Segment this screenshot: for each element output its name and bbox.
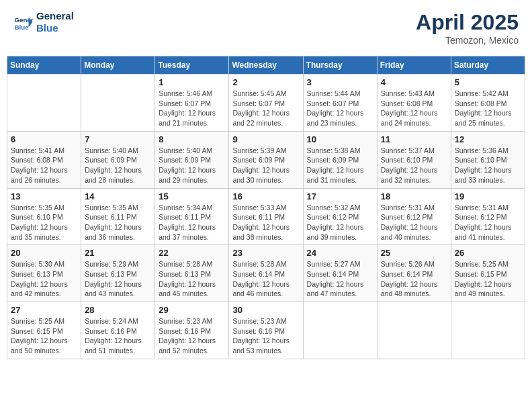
calendar-week-row: 1Sunrise: 5:46 AM Sunset: 6:07 PM Daylig…: [7, 75, 525, 132]
cell-sun-info: Sunrise: 5:33 AM Sunset: 6:11 PM Dayligh…: [232, 203, 299, 242]
calendar-cell: 18Sunrise: 5:31 AM Sunset: 6:12 PM Dayli…: [377, 188, 451, 245]
cell-date-number: 9: [232, 134, 299, 144]
calendar-header-row: SundayMondayTuesdayWednesdayThursdayFrid…: [7, 56, 525, 75]
cell-sun-info: Sunrise: 5:34 AM Sunset: 6:11 PM Dayligh…: [159, 203, 225, 242]
calendar-cell: 29Sunrise: 5:23 AM Sunset: 6:16 PM Dayli…: [155, 302, 229, 359]
cell-sun-info: Sunrise: 5:28 AM Sunset: 6:13 PM Dayligh…: [159, 259, 225, 299]
cell-sun-info: Sunrise: 5:23 AM Sunset: 6:16 PM Dayligh…: [232, 316, 299, 356]
calendar-cell: 14Sunrise: 5:35 AM Sunset: 6:11 PM Dayli…: [81, 188, 155, 245]
calendar-cell: 6Sunrise: 5:41 AM Sunset: 6:08 PM Daylig…: [7, 131, 81, 188]
cell-sun-info: Sunrise: 5:26 AM Sunset: 6:14 PM Dayligh…: [381, 259, 447, 299]
cell-sun-info: Sunrise: 5:40 AM Sunset: 6:09 PM Dayligh…: [85, 146, 151, 185]
weekday-header: Tuesday: [155, 56, 229, 75]
calendar-cell: 15Sunrise: 5:34 AM Sunset: 6:11 PM Dayli…: [155, 188, 229, 245]
cell-date-number: 11: [381, 134, 447, 144]
cell-sun-info: Sunrise: 5:39 AM Sunset: 6:09 PM Dayligh…: [232, 146, 299, 185]
cell-date-number: 13: [11, 191, 77, 201]
calendar-cell: 2Sunrise: 5:45 AM Sunset: 6:07 PM Daylig…: [229, 75, 303, 132]
cell-sun-info: Sunrise: 5:27 AM Sunset: 6:14 PM Dayligh…: [307, 259, 373, 299]
cell-date-number: 28: [85, 305, 151, 315]
calendar-cell: 13Sunrise: 5:35 AM Sunset: 6:10 PM Dayli…: [7, 188, 81, 245]
cell-date-number: 4: [381, 77, 447, 87]
calendar-cell: 22Sunrise: 5:28 AM Sunset: 6:13 PM Dayli…: [155, 245, 229, 302]
calendar-cell: 9Sunrise: 5:39 AM Sunset: 6:09 PM Daylig…: [229, 131, 303, 188]
weekday-header: Thursday: [303, 56, 377, 75]
calendar-cell: 11Sunrise: 5:37 AM Sunset: 6:10 PM Dayli…: [377, 131, 451, 188]
calendar-week-row: 27Sunrise: 5:25 AM Sunset: 6:15 PM Dayli…: [7, 302, 525, 359]
cell-date-number: 1: [159, 77, 225, 87]
calendar-cell: 23Sunrise: 5:28 AM Sunset: 6:14 PM Dayli…: [229, 245, 303, 302]
cell-date-number: 8: [159, 134, 225, 144]
cell-sun-info: Sunrise: 5:37 AM Sunset: 6:10 PM Dayligh…: [381, 146, 447, 185]
cell-date-number: 18: [381, 191, 447, 201]
weekday-header: Friday: [377, 56, 451, 75]
calendar-week-row: 6Sunrise: 5:41 AM Sunset: 6:08 PM Daylig…: [7, 131, 525, 188]
cell-sun-info: Sunrise: 5:44 AM Sunset: 6:07 PM Dayligh…: [307, 89, 373, 128]
calendar-week-row: 20Sunrise: 5:30 AM Sunset: 6:13 PM Dayli…: [7, 245, 525, 302]
cell-date-number: 6: [11, 134, 77, 144]
logo-icon: General Blue: [13, 12, 34, 32]
calendar-cell: 19Sunrise: 5:31 AM Sunset: 6:12 PM Dayli…: [451, 188, 525, 245]
cell-date-number: 22: [159, 248, 225, 258]
cell-date-number: 2: [232, 77, 299, 87]
cell-date-number: 12: [455, 134, 521, 144]
weekday-header: Sunday: [7, 56, 81, 75]
calendar-cell: 10Sunrise: 5:38 AM Sunset: 6:09 PM Dayli…: [303, 131, 377, 188]
page-header: General Blue General Blue April 2025 Tem…: [7, 7, 525, 49]
calendar-cell: 1Sunrise: 5:46 AM Sunset: 6:07 PM Daylig…: [155, 75, 229, 132]
cell-sun-info: Sunrise: 5:31 AM Sunset: 6:12 PM Dayligh…: [455, 203, 521, 242]
cell-date-number: 26: [455, 248, 521, 258]
calendar-cell: 21Sunrise: 5:29 AM Sunset: 6:13 PM Dayli…: [81, 245, 155, 302]
calendar-cell: 4Sunrise: 5:43 AM Sunset: 6:08 PM Daylig…: [377, 75, 451, 132]
logo-blue: Blue: [36, 22, 74, 34]
calendar-cell: 8Sunrise: 5:40 AM Sunset: 6:09 PM Daylig…: [155, 131, 229, 188]
title-block: April 2025 Temozon, Mexico: [416, 10, 519, 46]
calendar-table: SundayMondayTuesdayWednesdayThursdayFrid…: [7, 56, 525, 359]
cell-date-number: 16: [232, 191, 299, 201]
cell-sun-info: Sunrise: 5:43 AM Sunset: 6:08 PM Dayligh…: [381, 89, 447, 128]
calendar-cell: 5Sunrise: 5:42 AM Sunset: 6:08 PM Daylig…: [451, 75, 525, 132]
calendar-cell: 20Sunrise: 5:30 AM Sunset: 6:13 PM Dayli…: [7, 245, 81, 302]
cell-sun-info: Sunrise: 5:31 AM Sunset: 6:12 PM Dayligh…: [381, 203, 447, 242]
cell-sun-info: Sunrise: 5:46 AM Sunset: 6:07 PM Dayligh…: [159, 89, 225, 128]
cell-sun-info: Sunrise: 5:29 AM Sunset: 6:13 PM Dayligh…: [85, 259, 151, 299]
cell-sun-info: Sunrise: 5:45 AM Sunset: 6:07 PM Dayligh…: [232, 89, 299, 128]
calendar-cell: 3Sunrise: 5:44 AM Sunset: 6:07 PM Daylig…: [303, 75, 377, 132]
calendar-cell: [81, 75, 155, 132]
cell-date-number: 14: [85, 191, 151, 201]
cell-sun-info: Sunrise: 5:35 AM Sunset: 6:10 PM Dayligh…: [11, 203, 77, 242]
cell-date-number: 25: [381, 248, 447, 258]
weekday-header: Wednesday: [229, 56, 303, 75]
cell-date-number: 17: [307, 191, 373, 201]
cell-date-number: 20: [11, 248, 77, 258]
cell-date-number: 10: [307, 134, 373, 144]
calendar-cell: 27Sunrise: 5:25 AM Sunset: 6:15 PM Dayli…: [7, 302, 81, 359]
calendar-cell: 17Sunrise: 5:32 AM Sunset: 6:12 PM Dayli…: [303, 188, 377, 245]
cell-sun-info: Sunrise: 5:41 AM Sunset: 6:08 PM Dayligh…: [11, 146, 77, 185]
calendar-cell: 12Sunrise: 5:36 AM Sunset: 6:10 PM Dayli…: [451, 131, 525, 188]
location-subtitle: Temozon, Mexico: [416, 35, 519, 46]
cell-sun-info: Sunrise: 5:42 AM Sunset: 6:08 PM Dayligh…: [455, 89, 521, 128]
weekday-header: Monday: [81, 56, 155, 75]
cell-sun-info: Sunrise: 5:24 AM Sunset: 6:16 PM Dayligh…: [85, 316, 151, 356]
cell-sun-info: Sunrise: 5:23 AM Sunset: 6:16 PM Dayligh…: [159, 316, 225, 356]
cell-date-number: 29: [159, 305, 225, 315]
logo: General Blue General Blue: [13, 10, 74, 34]
weekday-header: Saturday: [451, 56, 525, 75]
cell-date-number: 15: [159, 191, 225, 201]
cell-date-number: 30: [232, 305, 299, 315]
logo-general: General: [36, 10, 74, 22]
calendar-cell: [451, 302, 525, 359]
calendar-cell: 26Sunrise: 5:25 AM Sunset: 6:15 PM Dayli…: [451, 245, 525, 302]
calendar-cell: 7Sunrise: 5:40 AM Sunset: 6:09 PM Daylig…: [81, 131, 155, 188]
cell-sun-info: Sunrise: 5:30 AM Sunset: 6:13 PM Dayligh…: [11, 259, 77, 299]
cell-date-number: 3: [307, 77, 373, 87]
cell-sun-info: Sunrise: 5:25 AM Sunset: 6:15 PM Dayligh…: [455, 259, 521, 299]
cell-date-number: 21: [85, 248, 151, 258]
calendar-cell: 25Sunrise: 5:26 AM Sunset: 6:14 PM Dayli…: [377, 245, 451, 302]
cell-date-number: 27: [11, 305, 77, 315]
cell-date-number: 23: [232, 248, 299, 258]
calendar-week-row: 13Sunrise: 5:35 AM Sunset: 6:10 PM Dayli…: [7, 188, 525, 245]
calendar-cell: [7, 75, 81, 132]
month-title: April 2025: [416, 10, 519, 35]
